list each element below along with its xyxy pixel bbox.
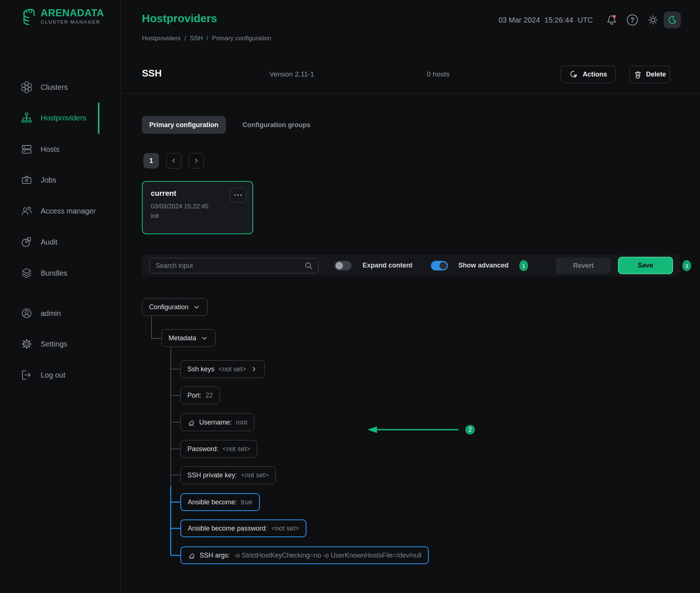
config-field-ssh-args[interactable]: SSH args: -o StrictHostKeyChecking=no -o… bbox=[180, 546, 429, 564]
config-field-port[interactable]: Port: 22 bbox=[180, 386, 220, 404]
sun-icon bbox=[648, 14, 659, 25]
sidebar-item-label: Audit bbox=[41, 238, 58, 246]
brand-subtitle: CLUSTER MANAGER bbox=[41, 19, 104, 25]
sidebar-item-label: Hostproviders bbox=[41, 114, 86, 122]
app-window: ARENADATA CLUSTER MANAGER Clusters Hostp… bbox=[0, 0, 700, 593]
show-advanced-toggle[interactable] bbox=[431, 261, 448, 270]
search-input[interactable] bbox=[155, 262, 304, 270]
search-icon bbox=[304, 261, 313, 270]
search-box[interactable] bbox=[149, 258, 319, 273]
config-field-ansible-become-password[interactable]: Ansible become password: <not set> bbox=[180, 519, 306, 537]
chevron-right-icon bbox=[193, 157, 200, 164]
sidebar: ARENADATA CLUSTER MANAGER Clusters Hostp… bbox=[0, 0, 120, 593]
page-title: Hostproviders bbox=[142, 12, 217, 25]
page-number: 1 bbox=[149, 157, 153, 165]
sidebar-item-label: Hosts bbox=[41, 145, 60, 154]
ellipsis-icon bbox=[234, 194, 242, 197]
show-advanced-label: Show advanced bbox=[458, 262, 509, 269]
toggle-knob bbox=[439, 262, 447, 269]
topbar: 03 Mar 2024 15:26:44 UTC ? bbox=[499, 11, 681, 29]
annotation-badge-2: 2 bbox=[465, 425, 475, 434]
sidebar-item-access-manager[interactable]: Access manager bbox=[0, 202, 120, 220]
logo[interactable]: ARENADATA CLUSTER MANAGER bbox=[21, 7, 104, 27]
trash-icon bbox=[633, 70, 642, 79]
actions-button[interactable]: Actions bbox=[561, 66, 616, 83]
object-name: SSH bbox=[142, 68, 162, 79]
chevron-right-icon bbox=[250, 365, 258, 373]
config-field-password[interactable]: Password: <not set> bbox=[180, 440, 257, 458]
object-hosts-count: 0 hosts bbox=[427, 70, 449, 78]
config-node-metadata[interactable]: Metadata bbox=[162, 329, 215, 347]
annotation-badge-3: 3 bbox=[682, 260, 691, 271]
bell-icon bbox=[606, 14, 618, 26]
config-field-ssh-keys[interactable]: Ssh keys <not set> bbox=[180, 360, 265, 378]
breadcrumb-separator: / bbox=[184, 35, 186, 42]
config-node-configuration[interactable]: Configuration bbox=[142, 298, 208, 316]
sidebar-item-bundles[interactable]: Bundles bbox=[0, 264, 120, 282]
annotation-arrow bbox=[355, 418, 473, 442]
tab-label: Configuration groups bbox=[242, 121, 310, 129]
annotation-badge-1: 1 bbox=[519, 260, 528, 271]
config-toolbar: Expand content Show advanced 1 Revert Sa… bbox=[142, 255, 680, 276]
breadcrumb-ssh[interactable]: SSH bbox=[190, 35, 203, 42]
pagination-page-1[interactable]: 1 bbox=[143, 153, 159, 168]
save-button[interactable]: Save bbox=[618, 257, 673, 274]
theme-switcher bbox=[646, 11, 681, 28]
config-version-card[interactable]: current 03/03/2024 15:22:45 init bbox=[142, 181, 253, 234]
notifications-button[interactable] bbox=[605, 13, 619, 27]
chevron-left-icon bbox=[170, 157, 177, 164]
jobs-icon bbox=[21, 174, 33, 186]
eraser-icon bbox=[188, 552, 196, 559]
help-button[interactable]: ? bbox=[625, 13, 639, 27]
chevron-down-icon bbox=[193, 303, 201, 311]
time-text: 15:26:44 bbox=[544, 16, 573, 24]
date-text: 03 Mar 2024 bbox=[499, 16, 540, 24]
eraser-icon bbox=[187, 419, 195, 426]
sidebar-item-label: Access manager bbox=[41, 207, 96, 215]
tab-label: Primary configuration bbox=[149, 121, 218, 129]
sidebar-item-clusters[interactable]: Clusters bbox=[0, 78, 120, 96]
tab-primary-configuration[interactable]: Primary configuration bbox=[142, 116, 226, 134]
tab-configuration-groups[interactable]: Configuration groups bbox=[242, 116, 310, 134]
logout-icon bbox=[21, 369, 33, 381]
pagination-prev-button[interactable] bbox=[166, 153, 181, 168]
delete-button-label: Delete bbox=[646, 71, 666, 78]
breadcrumb-hostproviders[interactable]: Hostproviders bbox=[142, 35, 181, 42]
dark-theme-button[interactable] bbox=[664, 11, 681, 28]
sidebar-item-label: Bundles bbox=[41, 269, 67, 277]
help-icon: ? bbox=[627, 14, 638, 25]
access-manager-icon bbox=[21, 205, 33, 217]
arenadata-logo-icon bbox=[21, 7, 38, 27]
config-field-username[interactable]: Username: root bbox=[180, 413, 254, 431]
hostproviders-icon bbox=[21, 112, 33, 124]
timezone-text: UTC bbox=[578, 16, 593, 24]
config-version-description: init bbox=[151, 212, 244, 220]
sidebar-item-audit[interactable]: Audit bbox=[0, 233, 120, 251]
sidebar-item-hosts[interactable]: Hosts bbox=[0, 140, 120, 158]
actions-button-label: Actions bbox=[582, 71, 607, 78]
sidebar-item-admin[interactable]: admin bbox=[0, 304, 120, 322]
config-field-ssh-private-key[interactable]: SSH private key: <not set> bbox=[180, 466, 276, 484]
pagination-next-button[interactable] bbox=[188, 153, 204, 168]
light-theme-button[interactable] bbox=[646, 13, 660, 27]
divider bbox=[121, 93, 700, 94]
datetime: 03 Mar 2024 15:26:44 UTC bbox=[499, 16, 593, 24]
sidebar-item-logout[interactable]: Log out bbox=[0, 366, 120, 384]
admin-user-icon bbox=[21, 307, 33, 319]
delete-button[interactable]: Delete bbox=[629, 66, 670, 83]
settings-gear-icon bbox=[21, 338, 33, 350]
breadcrumb-primary-configuration[interactable]: Primary configuration bbox=[212, 35, 271, 42]
expand-content-label: Expand content bbox=[363, 262, 412, 269]
config-version-menu-button[interactable] bbox=[230, 188, 247, 202]
sidebar-item-label: Log out bbox=[41, 371, 65, 379]
revert-button[interactable]: Revert bbox=[556, 258, 611, 274]
expand-content-toggle[interactable] bbox=[334, 261, 351, 270]
sidebar-item-label: Jobs bbox=[41, 176, 56, 184]
sidebar-item-settings[interactable]: Settings bbox=[0, 335, 120, 353]
sidebar-item-jobs[interactable]: Jobs bbox=[0, 171, 120, 189]
sidebar-item-hostproviders[interactable]: Hostproviders bbox=[0, 109, 120, 127]
clusters-icon bbox=[21, 81, 33, 93]
active-indicator bbox=[98, 103, 99, 134]
config-field-ansible-become[interactable]: Ansible become: true bbox=[180, 493, 260, 511]
sidebar-item-label: Clusters bbox=[41, 83, 68, 92]
